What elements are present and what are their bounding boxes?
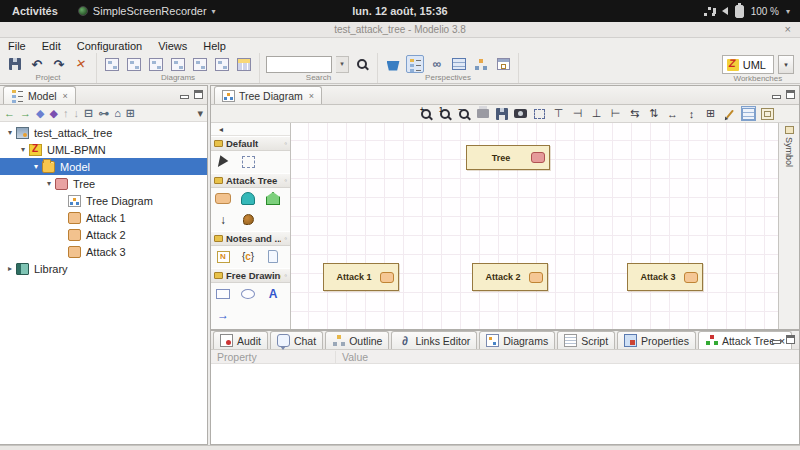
forward-icon[interactable]: → [20, 108, 31, 119]
align-top-icon[interactable]: ⊤ [551, 106, 566, 121]
menu-help[interactable]: Help [203, 40, 226, 52]
menu-configuration[interactable]: Configuration [77, 40, 142, 52]
model-perspective-icon[interactable] [384, 55, 402, 73]
draw-rectangle-tool[interactable] [215, 286, 231, 301]
expand-arrow-icon[interactable]: ▾ [17, 145, 29, 154]
schedule-perspective-icon[interactable] [494, 55, 512, 73]
window-close-button[interactable]: × [785, 23, 791, 35]
and-gate-tool[interactable] [240, 191, 256, 206]
draw-text-tool[interactable]: A [265, 286, 281, 301]
usecase-diagram-icon[interactable] [191, 55, 209, 73]
matrix-icon[interactable] [235, 55, 253, 73]
workbench-dropdown-button[interactable]: ▾ [778, 55, 794, 74]
grid-icon[interactable] [741, 106, 756, 121]
tree-item-attack-1[interactable]: Attack 1 [0, 209, 207, 226]
zoom-actual-icon[interactable]: 1 [437, 106, 452, 121]
search-dropdown-button[interactable]: ▾ [336, 56, 349, 73]
hierarchy-perspective-icon[interactable] [406, 55, 424, 73]
tree-item-uml-bpmn[interactable]: ▾UML-BPMN [0, 141, 207, 158]
tree-item-attack-3[interactable]: Attack 3 [0, 243, 207, 260]
tree-item-tree[interactable]: ▾Tree [0, 175, 207, 192]
zoom-in-icon[interactable]: + [418, 106, 433, 121]
fit-to-content-icon[interactable]: ⊞ [703, 106, 718, 121]
menu-file[interactable]: File [8, 40, 26, 52]
tree-item-attack-2[interactable]: Attack 2 [0, 226, 207, 243]
matrix-perspective-icon[interactable] [450, 55, 468, 73]
configure-view-icon[interactable]: ⊞ [126, 108, 135, 119]
node-attack-1[interactable]: Attack 1 [323, 263, 399, 291]
maximize-button[interactable] [786, 335, 795, 344]
select-tool[interactable] [215, 154, 231, 169]
tab-audit[interactable]: Audit [213, 331, 268, 349]
tree-item-tree-diagram[interactable]: Tree Diagram [0, 192, 207, 209]
transfer-link-tool[interactable]: ↓ [215, 212, 231, 227]
previous-element-icon[interactable]: ◆ [36, 108, 44, 119]
pin-icon[interactable]: ◦ [284, 139, 287, 148]
node-attack-2[interactable]: Attack 2 [472, 263, 548, 291]
collapse-all-icon[interactable]: ⊟ [84, 108, 93, 119]
link-with-editor-icon[interactable]: ⊶ [98, 108, 109, 119]
app-menu-button[interactable]: SimpleScreenRecorder ▾ [70, 5, 224, 17]
save-icon[interactable] [6, 55, 24, 73]
pin-icon[interactable]: ◦ [284, 234, 287, 243]
composite-diagram-icon[interactable] [169, 55, 187, 73]
node-tool[interactable] [240, 212, 256, 227]
maximize-button[interactable] [786, 90, 795, 99]
align-left-icon[interactable]: ⊣ [570, 106, 585, 121]
tree-item-test-attack-tree[interactable]: ▾test_attack_tree [0, 124, 207, 141]
snapshot-icon[interactable] [513, 106, 528, 121]
tab-model[interactable]: Model × [3, 86, 76, 104]
property-table-body[interactable] [211, 364, 799, 444]
tree-item-library[interactable]: ▸Library [0, 260, 207, 277]
draw-line-tool[interactable]: → [215, 307, 231, 322]
expand-arrow-icon[interactable]: ▾ [4, 128, 16, 137]
deployment-diagram-icon[interactable] [125, 55, 143, 73]
node-attack-3[interactable]: Attack 3 [627, 263, 703, 291]
redo-icon[interactable]: ↷ [50, 55, 68, 73]
minimize-button[interactable] [179, 90, 188, 99]
palette-section-notes-and-[interactable]: Notes and ...◦ [211, 231, 290, 246]
expand-arrow-icon[interactable]: ▾ [43, 179, 55, 188]
same-width-icon[interactable]: ↔ [665, 106, 680, 121]
note-tool[interactable]: N [215, 249, 231, 264]
activity-diagram-icon[interactable] [147, 55, 165, 73]
expand-arrow-icon[interactable]: ▾ [30, 162, 42, 171]
home-icon[interactable]: ⌂ [114, 108, 121, 119]
palette-section-attack-tree[interactable]: Attack Tree◦ [211, 173, 290, 188]
minimize-button[interactable] [771, 90, 780, 99]
center-vertical-icon[interactable]: ⇅ [646, 106, 661, 121]
rich-note-tool[interactable] [265, 249, 281, 264]
pin-icon[interactable]: ◦ [284, 176, 287, 185]
zoom-out-icon[interactable]: − [456, 106, 471, 121]
node-tree[interactable]: Tree [466, 145, 550, 170]
next-element-icon[interactable]: ◆ [49, 108, 57, 119]
links-perspective-icon[interactable]: ∞ [428, 55, 446, 73]
tab-properties[interactable]: Properties [617, 331, 696, 349]
tab-script[interactable]: Script [557, 331, 615, 349]
menu-edit[interactable]: Edit [42, 40, 61, 52]
align-bottom-icon[interactable]: ⊥ [589, 106, 604, 121]
palette-collapse-button[interactable]: ◂ [211, 123, 290, 136]
tab-chat[interactable]: Chat [270, 331, 323, 349]
align-right-icon[interactable]: ⊢ [608, 106, 623, 121]
workbench-select[interactable]: UML [722, 55, 774, 74]
move-down-icon[interactable]: ↓ [73, 108, 79, 119]
overview-icon[interactable] [760, 106, 775, 121]
view-menu-icon[interactable]: ▾ [197, 108, 203, 119]
zoom-selection-icon[interactable] [532, 106, 547, 121]
close-icon[interactable]: × [309, 91, 314, 101]
tab-tree-diagram[interactable]: Tree Diagram × [214, 86, 322, 104]
constraint-tool[interactable]: {c} [240, 249, 256, 264]
or-gate-tool[interactable] [265, 191, 281, 206]
tree-item-model[interactable]: ▾Model [0, 158, 207, 175]
same-height-icon[interactable]: ↕ [684, 106, 699, 121]
tab-symbol[interactable]: Symbol [784, 137, 794, 167]
search-input[interactable] [266, 56, 332, 73]
back-icon[interactable]: ← [4, 108, 15, 119]
palette-section-free-drawing[interactable]: Free Drawing◦ [211, 268, 290, 283]
class-diagram-icon[interactable] [103, 55, 121, 73]
system-tray[interactable]: 100 % ▾ [704, 5, 800, 18]
expand-arrow-icon[interactable]: ▸ [4, 264, 16, 273]
move-up-icon[interactable]: ↑ [63, 108, 69, 119]
palette-section-default[interactable]: Default◦ [211, 136, 290, 151]
